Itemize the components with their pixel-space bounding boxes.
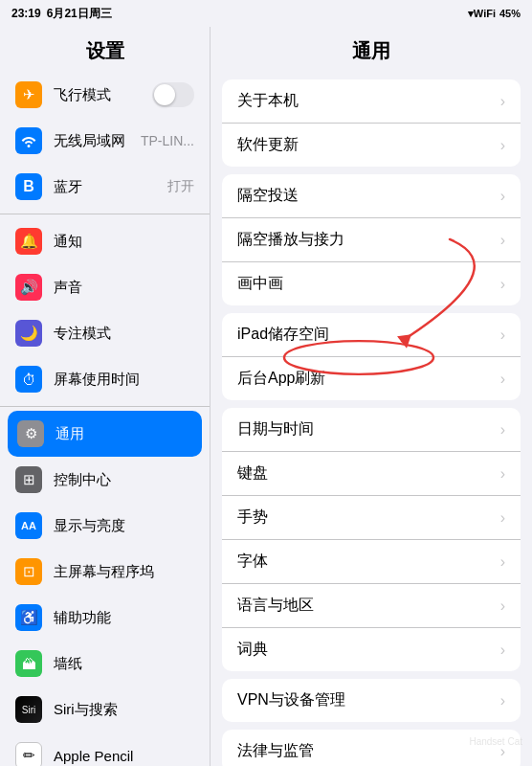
sound-label: 声音	[54, 279, 82, 297]
detail-item-dictionary[interactable]: 词典 ›	[222, 628, 521, 671]
about-label: 关于本机	[237, 91, 493, 111]
font-chevron: ›	[500, 553, 505, 571]
sidebar-item-sound[interactable]: 🔊 声音	[0, 264, 210, 310]
watermark: Handset Cat	[469, 736, 522, 747]
detail-item-keyboard[interactable]: 键盘 ›	[222, 452, 521, 496]
airdrop-chevron: ›	[500, 188, 505, 205]
detail-title: 通用	[211, 27, 532, 72]
bgapp-label: 后台App刷新	[237, 369, 493, 389]
detail-item-pip[interactable]: 画中画 ›	[222, 262, 521, 305]
wallpaper-icon: 🏔	[15, 650, 42, 677]
detail-item-storage[interactable]: iPad储存空间 ›	[222, 313, 521, 357]
focus-label: 专注模式	[54, 325, 111, 343]
bluetooth-icon: B	[15, 173, 42, 200]
sidebar-item-control[interactable]: ⊞ 控制中心	[0, 457, 210, 503]
detail-item-gesture[interactable]: 手势 ›	[222, 496, 521, 540]
detail-item-language[interactable]: 语言与地区 ›	[222, 584, 521, 628]
sidebar-item-wifi[interactable]: 无线局域网 TP-LIN...	[0, 118, 210, 164]
sidebar: 设置 ✈ 飞行模式 无线局域网 TP-LIN... B	[0, 27, 211, 766]
general-label: 通用	[55, 425, 84, 443]
homescreen-label: 主屏幕与程序坞	[54, 563, 154, 581]
sidebar-item-screentime[interactable]: ⏱ 屏幕使用时间	[0, 356, 210, 402]
sidebar-item-general[interactable]: ⚙ 通用	[8, 411, 202, 457]
status-left: 23:19 6月21日周三	[11, 6, 112, 22]
pencil-label: Apple Pencil	[54, 748, 133, 764]
display-icon: AA	[15, 512, 42, 539]
detail-item-airplay[interactable]: 隔空播放与接力 ›	[222, 218, 521, 262]
font-label: 字体	[237, 552, 493, 572]
airplay-chevron: ›	[500, 232, 505, 249]
gesture-chevron: ›	[500, 509, 505, 527]
sidebar-item-siri[interactable]: Siri Siri与搜索	[0, 687, 210, 732]
detail-item-airdrop[interactable]: 隔空投送 ›	[222, 174, 521, 218]
detail-item-bgapp[interactable]: 后台App刷新 ›	[222, 357, 521, 400]
airplane-toggle[interactable]	[152, 82, 194, 107]
about-chevron: ›	[500, 93, 505, 110]
keyboard-chevron: ›	[500, 465, 505, 483]
pip-label: 画中画	[237, 274, 493, 294]
wallpaper-label: 墙纸	[54, 655, 82, 673]
detail-group-about: 关于本机 › 软件更新 ›	[222, 79, 521, 167]
homescreen-icon: ⊡	[15, 558, 42, 585]
control-icon: ⊞	[15, 466, 42, 493]
sidebar-item-airplane[interactable]: ✈ 飞行模式	[0, 72, 210, 118]
airplane-icon: ✈	[15, 81, 42, 108]
screentime-icon: ⏱	[15, 366, 42, 393]
notification-icon: 🔔	[15, 228, 42, 255]
keyboard-label: 键盘	[237, 463, 493, 484]
sidebar-item-focus[interactable]: 🌙 专注模式	[0, 310, 210, 356]
sidebar-item-display[interactable]: AA 显示与亮度	[0, 503, 210, 549]
divider1	[0, 214, 210, 214]
bluetooth-value: 打开	[167, 178, 194, 195]
software-chevron: ›	[500, 137, 505, 154]
status-time: 23:19	[11, 7, 41, 20]
airplane-label: 飞行模式	[54, 86, 111, 104]
wifi-value: TP-LIN...	[141, 133, 194, 148]
detail-item-vpn[interactable]: VPN与设备管理 ›	[222, 679, 521, 722]
pencil-icon: ✏	[15, 742, 42, 766]
legal-label: 法律与监管	[237, 741, 493, 761]
sidebar-item-wallpaper[interactable]: 🏔 墙纸	[0, 641, 210, 687]
detail-group-vpn: VPN与设备管理 ›	[222, 679, 521, 722]
sidebar-item-pencil[interactable]: ✏ Apple Pencil	[0, 732, 210, 766]
detail-item-software[interactable]: 软件更新 ›	[222, 124, 521, 167]
detail-panel: 通用 关于本机 › 软件更新 › 隔空投送 › 隔空播放与接力 › 画中画	[211, 27, 532, 766]
wifi-label: 无线局域网	[54, 132, 125, 150]
detail-item-legal[interactable]: 法律与监管 ›	[222, 730, 521, 766]
detail-group-airdrop: 隔空投送 › 隔空播放与接力 › 画中画 ›	[222, 174, 521, 305]
pip-chevron: ›	[500, 276, 505, 293]
dictionary-chevron: ›	[500, 642, 505, 659]
detail-group-legal: 法律与监管 ›	[222, 730, 521, 766]
battery-text: 45%	[499, 8, 521, 19]
sidebar-section-connectivity: ✈ 飞行模式 无线局域网 TP-LIN... B 蓝牙 打开	[0, 72, 210, 210]
vpn-chevron: ›	[500, 692, 505, 710]
display-label: 显示与亮度	[54, 517, 125, 535]
sidebar-item-notification[interactable]: 🔔 通知	[0, 218, 210, 264]
detail-item-about[interactable]: 关于本机 ›	[222, 79, 521, 124]
status-bar: 23:19 6月21日周三 ▾WiFi 45%	[0, 0, 532, 27]
sidebar-item-accessibility[interactable]: ♿ 辅助功能	[0, 595, 210, 641]
focus-icon: 🌙	[15, 320, 42, 347]
datetime-label: 日期与时间	[237, 419, 493, 439]
detail-item-font[interactable]: 字体 ›	[222, 540, 521, 584]
screentime-label: 屏幕使用时间	[54, 371, 140, 389]
control-label: 控制中心	[54, 471, 111, 489]
sidebar-title: 设置	[0, 27, 210, 72]
notification-label: 通知	[54, 233, 82, 251]
status-date: 6月21日周三	[47, 6, 112, 22]
wifi-icon	[15, 127, 42, 154]
gesture-label: 手势	[237, 507, 493, 528]
language-chevron: ›	[500, 597, 505, 615]
sidebar-item-homescreen[interactable]: ⊡ 主屏幕与程序坞	[0, 549, 210, 595]
status-right: ▾WiFi 45%	[468, 8, 521, 20]
detail-group-datetime: 日期与时间 › 键盘 › 手势 › 字体 › 语言与地区 › 词典 ›	[222, 408, 521, 671]
bluetooth-label: 蓝牙	[54, 178, 82, 196]
language-label: 语言与地区	[237, 596, 493, 616]
siri-label: Siri与搜索	[54, 701, 118, 719]
airplay-label: 隔空播放与接力	[237, 230, 493, 250]
detail-item-datetime[interactable]: 日期与时间 ›	[222, 408, 521, 452]
detail-group-storage: iPad储存空间 › 后台App刷新 ›	[222, 313, 521, 400]
sound-icon: 🔊	[15, 274, 42, 301]
airdrop-label: 隔空投送	[237, 186, 493, 206]
sidebar-item-bluetooth[interactable]: B 蓝牙 打开	[0, 164, 210, 210]
